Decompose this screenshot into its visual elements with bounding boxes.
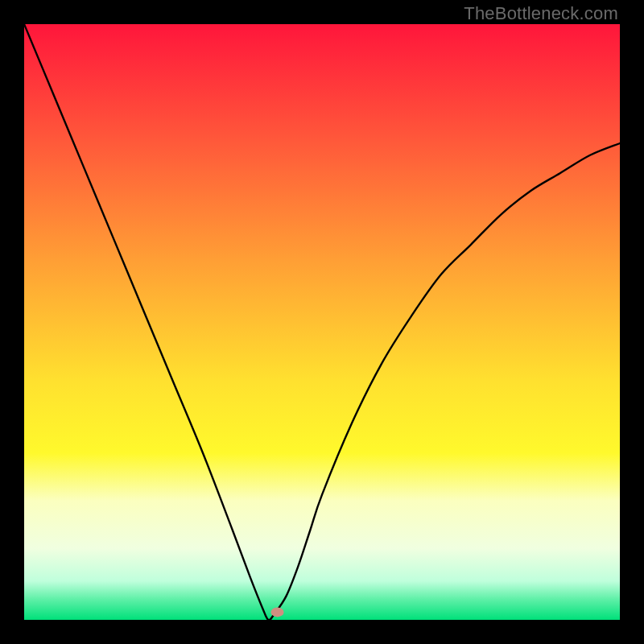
gradient-background — [24, 24, 620, 620]
chart-frame — [24, 24, 620, 620]
watermark-text: TheBottleneck.com — [464, 3, 618, 24]
bottleneck-chart — [24, 24, 620, 620]
optimum-marker — [271, 607, 284, 617]
